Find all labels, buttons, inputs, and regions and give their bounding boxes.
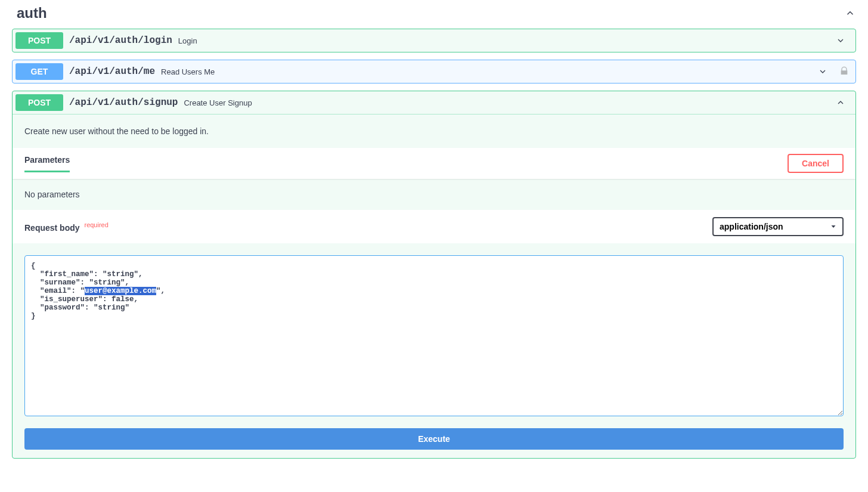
section-header-auth[interactable]: auth: [12, 0, 856, 29]
endpoint-body-signup: Create new user without the need to be l…: [13, 114, 855, 458]
endpoint-path: /api/v1/auth/signup: [63, 97, 184, 108]
http-method-badge: GET: [16, 63, 63, 80]
content-type-select[interactable]: application/json: [712, 217, 844, 236]
endpoint-me: GET /api/v1/auth/me Read Users Me: [12, 60, 856, 83]
chevron-up-icon: [844, 7, 856, 19]
request-body-header: Request body required application/json: [13, 210, 855, 243]
section-title: auth: [17, 5, 47, 21]
endpoint-path: /api/v1/auth/login: [63, 35, 178, 46]
cancel-button[interactable]: Cancel: [788, 154, 844, 173]
chevron-down-icon: [814, 63, 831, 80]
endpoint-summary-me[interactable]: GET /api/v1/auth/me Read Users Me: [13, 60, 855, 83]
chevron-down-icon: [832, 32, 849, 49]
execute-wrap: Execute: [13, 428, 855, 458]
endpoint-summary-text: Create User Signup: [184, 98, 252, 107]
lock-icon[interactable]: [839, 66, 850, 77]
chevron-up-icon: [832, 94, 849, 111]
http-method-badge: POST: [16, 94, 63, 111]
required-badge: required: [84, 221, 108, 228]
endpoint-summary-text: Login: [178, 36, 197, 45]
request-body-editor-wrap: { "first_name": "string", "surname": "st…: [13, 243, 855, 428]
endpoint-summary-text: Read Users Me: [161, 67, 215, 76]
endpoint-description: Create new user without the need to be l…: [13, 115, 855, 148]
execute-button[interactable]: Execute: [24, 428, 844, 450]
endpoint-summary-login[interactable]: POST /api/v1/auth/login Login: [13, 29, 855, 52]
request-body-label: Request body: [24, 222, 80, 232]
endpoint-path: /api/v1/auth/me: [63, 66, 161, 77]
parameters-tab[interactable]: Parameters: [24, 155, 70, 172]
endpoint-signup: POST /api/v1/auth/signup Create User Sig…: [12, 91, 856, 459]
json-selected-text: user@example.com: [85, 287, 156, 295]
request-body-label-wrap: Request body required: [24, 221, 108, 233]
request-body-editor[interactable]: { "first_name": "string", "surname": "st…: [24, 255, 844, 416]
http-method-badge: POST: [16, 32, 63, 49]
endpoint-login: POST /api/v1/auth/login Login: [12, 29, 856, 52]
no-parameters-text: No parameters: [13, 179, 855, 210]
parameters-header: Parameters Cancel: [13, 148, 855, 179]
endpoint-summary-signup[interactable]: POST /api/v1/auth/signup Create User Sig…: [13, 91, 855, 114]
